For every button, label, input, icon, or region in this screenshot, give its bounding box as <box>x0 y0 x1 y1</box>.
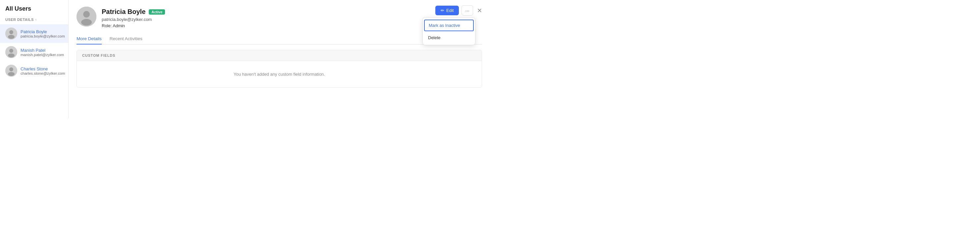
more-options-button[interactable]: ··· <box>461 5 473 16</box>
user-detail-name-row: Patricia Boyle Active <box>102 8 165 16</box>
avatar-manish <box>5 46 17 58</box>
user-header: Patricia Boyle Active patricia.boyle@zyl… <box>76 6 482 28</box>
svg-point-2 <box>8 35 14 39</box>
sidebar-title: All Users <box>0 5 68 16</box>
user-info-manish: Manish Patel manish.patel@zylker.com <box>21 48 64 57</box>
main-content: ✏ Edit ··· ✕ Mark as Inactive Delete <box>68 0 490 119</box>
close-button[interactable]: ✕ <box>476 6 484 16</box>
header-actions: ✏ Edit ··· ✕ <box>435 5 484 16</box>
user-email-charles: charles.stone@zylker.com <box>21 71 65 75</box>
svg-point-5 <box>8 53 14 58</box>
user-name-patricia: Patricia Boyle <box>21 29 65 34</box>
sidebar-item-charles[interactable]: Charles Stone charles.stone@zylker.com <box>0 61 68 80</box>
user-email-manish: manish.patel@zylker.com <box>21 53 64 57</box>
custom-fields-empty: You haven't added any custom field infor… <box>77 61 482 87</box>
tabs: More Details Recent Activities <box>76 34 482 45</box>
avatar-charles <box>5 65 17 77</box>
user-info-charles: Charles Stone charles.stone@zylker.com <box>21 66 65 75</box>
delete-button[interactable]: Delete <box>423 32 475 43</box>
user-detail-avatar <box>76 6 96 27</box>
avatar-patricia <box>5 27 17 40</box>
user-info-patricia: Patricia Boyle patricia.boyle@zylker.com <box>21 29 65 38</box>
dropdown-menu: Mark as Inactive Delete <box>422 17 476 45</box>
svg-point-10 <box>83 11 90 18</box>
user-name-manish: Manish Patel <box>21 48 64 53</box>
close-icon: ✕ <box>477 7 482 14</box>
sidebar-item-manish[interactable]: Manish Patel manish.patel@zylker.com <box>0 43 68 61</box>
custom-fields-section: CUSTOM FIELDS You haven't added any cust… <box>76 50 482 88</box>
sidebar-item-patricia[interactable]: Patricia Boyle patricia.boyle@zylker.com <box>0 24 68 43</box>
user-detail-role: Role: Admin <box>102 23 165 28</box>
svg-point-8 <box>8 72 14 76</box>
tab-recent-activities[interactable]: Recent Activities <box>110 34 142 45</box>
svg-point-7 <box>9 67 13 71</box>
svg-point-11 <box>81 19 92 26</box>
sort-icon: ↑ <box>35 18 37 22</box>
user-detail-email: patricia.boyle@zylker.com <box>102 17 165 22</box>
svg-point-1 <box>9 30 13 34</box>
custom-fields-header: CUSTOM FIELDS <box>77 50 482 61</box>
user-name-charles: Charles Stone <box>21 66 65 71</box>
svg-point-4 <box>9 49 13 53</box>
tab-more-details[interactable]: More Details <box>76 34 102 45</box>
pencil-icon: ✏ <box>441 8 444 13</box>
user-detail-info: Patricia Boyle Active patricia.boyle@zyl… <box>102 6 165 28</box>
status-badge: Active <box>149 9 165 14</box>
user-detail-name: Patricia Boyle <box>102 8 145 16</box>
user-email-patricia: patricia.boyle@zylker.com <box>21 34 65 38</box>
mark-inactive-button[interactable]: Mark as Inactive <box>424 19 474 31</box>
sidebar-section-header: USER DETAILS ↑ <box>0 16 68 24</box>
edit-button[interactable]: ✏ Edit <box>435 6 459 15</box>
sidebar: All Users USER DETAILS ↑ Patricia Boyle … <box>0 0 68 119</box>
